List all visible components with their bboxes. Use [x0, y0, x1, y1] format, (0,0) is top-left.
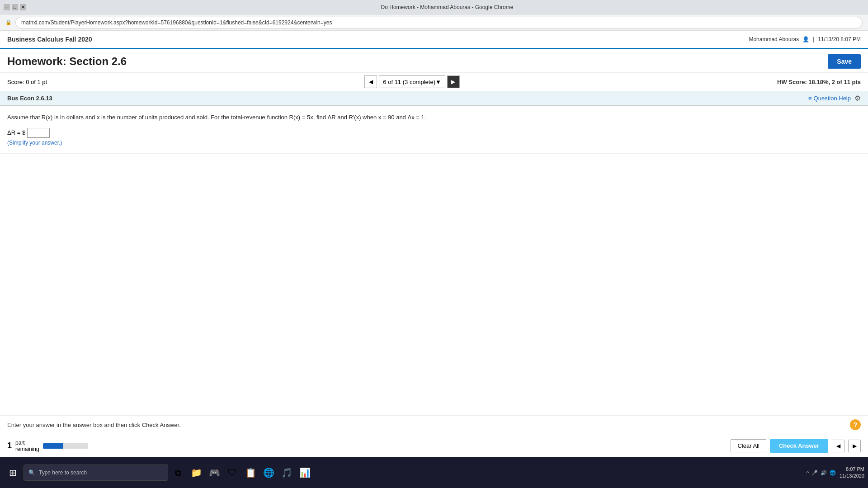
- notifications-icon[interactable]: ^: [807, 470, 809, 475]
- bottom-next-button[interactable]: ▶: [848, 440, 861, 452]
- taskbar-clock[interactable]: 8:07 PM 11/13/2020: [840, 466, 864, 480]
- header-timestamp: 11/13/20 8:07 PM: [818, 36, 861, 42]
- task-view-button[interactable]: ⧉: [170, 465, 186, 481]
- question-content: Assume that R(x) is in dollars and x is …: [0, 106, 868, 154]
- search-placeholder-text: Type here to search: [39, 469, 87, 476]
- minimize-button[interactable]: ─: [4, 4, 10, 10]
- part-number: 1: [7, 441, 12, 450]
- score-value: 0 of 1 pt: [26, 79, 47, 85]
- url-input[interactable]: [15, 17, 863, 28]
- progress-bar-container: [43, 443, 88, 449]
- clock-time: 8:07 PM: [840, 466, 864, 473]
- close-button[interactable]: ✕: [20, 4, 26, 10]
- simplify-note: (Simplify your answer.): [7, 140, 861, 146]
- system-icons: ^ 🎤 🔊 🌐: [807, 470, 836, 476]
- app-title: Business Calculus Fall 2020: [7, 36, 92, 43]
- chrome-button[interactable]: 🌐: [260, 465, 277, 481]
- gear-icon[interactable]: ⚙: [854, 94, 861, 103]
- next-question-button[interactable]: ▶: [447, 75, 460, 88]
- page-title: Homework: Section 2.6: [7, 55, 127, 68]
- taskbar: ⊞ 🔍 Type here to search ⧉ 📁 🎮 🛡 📋 🌐 🎵 📊 …: [0, 457, 868, 488]
- user-icon: 👤: [802, 36, 809, 42]
- question-nav-label[interactable]: 6 of 11 (3 complete) ▼: [379, 75, 445, 88]
- main-content-area: [0, 154, 868, 407]
- maximize-button[interactable]: □: [12, 4, 18, 10]
- user-info: Mohammad Abouras 👤 | 11/13/20 8:07 PM: [749, 36, 861, 42]
- taskbar-right: ^ 🎤 🔊 🌐 8:07 PM 11/13/2020: [807, 466, 864, 480]
- hw-score-value: 18.18%, 2 of 11 pts: [808, 79, 861, 85]
- question-help-area: ≡ Question Help ⚙: [808, 94, 861, 103]
- check-answer-button[interactable]: Check Answer: [770, 439, 828, 453]
- browser-title: Do Homework - Mohammad Abouras - Google …: [30, 4, 864, 10]
- bottom-bar: 1 part remaining Clear All Check Answer …: [0, 434, 868, 457]
- help-circle-button[interactable]: ?: [850, 419, 861, 430]
- clear-all-button[interactable]: Clear All: [731, 439, 766, 452]
- part-label-area: part remaining: [15, 440, 39, 452]
- part-line1: part: [15, 440, 39, 446]
- score-label: Score:: [7, 79, 24, 85]
- app-button-1[interactable]: 📋: [242, 465, 259, 481]
- question-header: Bus Econ 2.6.13 ≡ Question Help ⚙: [0, 91, 868, 106]
- steam-button[interactable]: 🎮: [206, 465, 222, 481]
- hw-score-label: HW Score:: [777, 79, 807, 85]
- chrome-title-bar: ─ □ ✕ Do Homework - Mohammad Abouras - G…: [0, 0, 868, 14]
- prev-question-button[interactable]: ◀: [364, 75, 377, 88]
- bottom-instruction: Enter your answer in the answer box and …: [0, 415, 868, 434]
- file-explorer-button[interactable]: 📁: [188, 465, 204, 481]
- page-title-bar: Homework: Section 2.6 Save: [0, 49, 868, 73]
- save-button[interactable]: Save: [828, 54, 861, 69]
- question-help-button[interactable]: ≡ Question Help: [808, 95, 851, 102]
- mic-icon[interactable]: 🎤: [811, 470, 818, 476]
- clock-date: 11/13/2020: [840, 473, 864, 479]
- answer-row: ΔR = $: [7, 128, 861, 138]
- score-bar: Score: 0 of 1 pt ◀ 6 of 11 (3 complete) …: [0, 73, 868, 91]
- score-area: Score: 0 of 1 pt: [7, 79, 47, 85]
- spotify-button[interactable]: 🎵: [278, 465, 295, 481]
- network-icon[interactable]: 🌐: [830, 470, 836, 476]
- help-label: Question Help: [814, 95, 851, 102]
- question-label: Bus Econ 2.6.13: [7, 95, 52, 102]
- volume-icon[interactable]: 🔊: [821, 470, 827, 476]
- nav-controls: ◀ 6 of 11 (3 complete) ▼ ▶: [364, 75, 460, 88]
- lock-icon: 🔒: [5, 19, 12, 25]
- instruction-text: Enter your answer in the answer box and …: [7, 422, 181, 428]
- user-name: Mohammad Abouras: [749, 36, 799, 42]
- part-line2: remaining: [15, 446, 39, 452]
- antivirus-button[interactable]: 🛡: [224, 465, 241, 481]
- progress-bar-fill: [43, 443, 63, 449]
- answer-label: ΔR = $: [7, 129, 25, 136]
- part-info: 1 part remaining: [7, 440, 88, 452]
- start-button[interactable]: ⊞: [4, 464, 22, 482]
- header-divider: |: [813, 36, 814, 42]
- question-text: Assume that R(x) is in dollars and x is …: [7, 113, 861, 122]
- answer-input[interactable]: [27, 128, 50, 138]
- hw-score-area: HW Score: 18.18%, 2 of 11 pts: [777, 79, 861, 85]
- bottom-prev-button[interactable]: ◀: [832, 440, 844, 452]
- search-bar[interactable]: 🔍 Type here to search: [24, 465, 168, 481]
- app-button-2[interactable]: 📊: [297, 465, 313, 481]
- address-bar: 🔒: [0, 14, 868, 31]
- app-header: Business Calculus Fall 2020 Mohammad Abo…: [0, 31, 868, 49]
- help-icon: ≡: [808, 95, 812, 102]
- bottom-right-controls: Clear All Check Answer ◀ ▶: [731, 439, 861, 453]
- window-controls[interactable]: ─ □ ✕: [4, 4, 26, 10]
- search-icon: 🔍: [28, 469, 35, 476]
